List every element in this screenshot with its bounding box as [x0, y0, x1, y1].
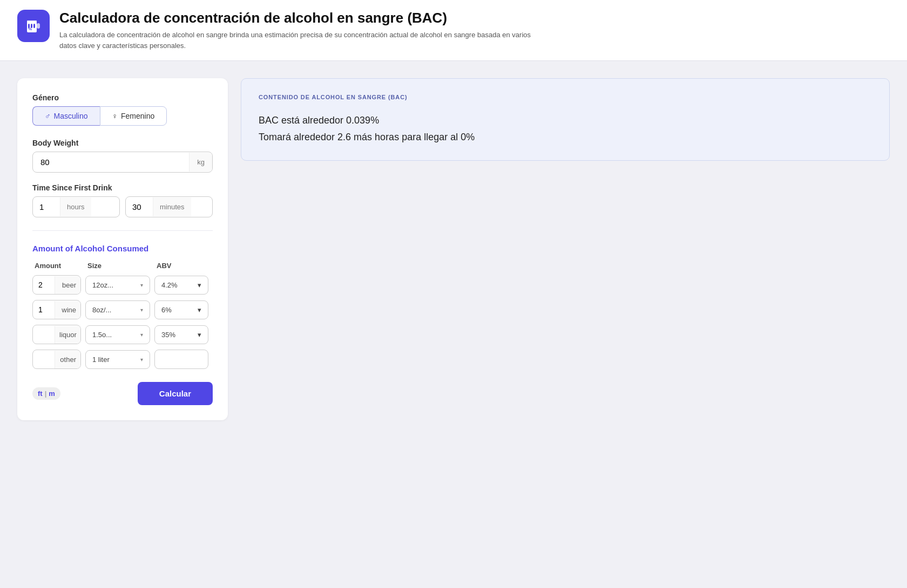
- liquor-abv-chevron: ▾: [198, 331, 201, 339]
- body-weight-input[interactable]: [33, 152, 189, 172]
- beer-abv-label: 4.2%: [161, 281, 178, 289]
- wine-size-select[interactable]: 8oz/... ▾: [85, 300, 150, 319]
- svg-rect-5: [27, 20, 37, 23]
- alcohol-row-other: other 1 liter ▾: [32, 350, 213, 369]
- beer-abv-select[interactable]: 4.2% ▾: [154, 276, 208, 295]
- hours-unit: hours: [60, 197, 91, 216]
- liquor-amount-input[interactable]: [33, 325, 55, 344]
- wine-abv-select[interactable]: 6% ▾: [154, 300, 208, 319]
- liquor-abv-label: 35%: [161, 331, 175, 339]
- beer-abv-chevron: ▾: [198, 281, 201, 289]
- col-size: Size: [87, 262, 152, 270]
- result-box: CONTENIDO DE ALCOHOL EN SANGRE (BAC) BAC…: [241, 78, 890, 161]
- wine-drink-type: wine: [55, 301, 80, 319]
- minutes-input[interactable]: [126, 197, 153, 217]
- liquor-size-chevron: ▾: [140, 332, 143, 338]
- unit-m-label: m: [49, 389, 55, 398]
- body-weight-input-wrapper: kg: [32, 152, 213, 173]
- unit-ft-label: ft: [38, 389, 43, 398]
- gender-male-button[interactable]: ♂ Masculino: [32, 106, 100, 126]
- right-panel: CONTENIDO DE ALCOHOL EN SANGRE (BAC) BAC…: [241, 78, 890, 161]
- other-drink-type: other: [55, 351, 80, 368]
- hours-input[interactable]: [33, 197, 60, 217]
- app-title: Calculadora de concentración de alcohol …: [59, 10, 545, 26]
- beer-drink-type: beer: [55, 276, 80, 294]
- alcohol-section: Amount of Alcohol Consumed Amount Size A…: [32, 244, 213, 369]
- other-amount-wrapper: other: [32, 350, 81, 369]
- liquor-amount-wrapper: liquor: [32, 325, 81, 344]
- gender-female-label: Femenino: [121, 112, 154, 120]
- svg-rect-1: [37, 23, 40, 29]
- alcohol-section-title: Amount of Alcohol Consumed: [32, 244, 213, 253]
- alcohol-row-liquor: liquor 1.5o... ▾ 35% ▾: [32, 325, 213, 344]
- beer-amount-wrapper: beer: [32, 275, 81, 295]
- wine-size-chevron: ▾: [140, 307, 143, 313]
- result-line2: Tomará alrededor 2.6 más horas para lleg…: [259, 129, 872, 146]
- other-size-label: 1 liter: [92, 355, 110, 364]
- wine-amount-wrapper: wine: [32, 300, 81, 319]
- beer-size-chevron: ▾: [140, 282, 143, 288]
- wine-abv-chevron: ▾: [198, 306, 201, 314]
- result-panel-label: CONTENIDO DE ALCOHOL EN SANGRE (BAC): [259, 94, 872, 100]
- result-line1: BAC está alrededor 0.039%: [259, 112, 872, 129]
- body-weight-unit: kg: [189, 153, 212, 172]
- time-since-field: Time Since First Drink hours minutes: [32, 183, 213, 217]
- wine-size-label: 8oz/...: [92, 306, 111, 314]
- beer-size-select[interactable]: 12oz... ▾: [85, 276, 150, 295]
- left-panel: Género ♂ Masculino ♀ Femenino Body Weigh…: [17, 78, 228, 420]
- app-description: La calculadora de concentración de alcoh…: [59, 30, 545, 51]
- svg-rect-4: [33, 24, 35, 28]
- app-icon: %: [17, 10, 50, 42]
- liquor-size-select[interactable]: 1.5o... ▾: [85, 325, 150, 344]
- hours-field-wrapper: hours: [32, 196, 120, 217]
- beer-size-label: 12oz...: [92, 281, 113, 289]
- liquor-size-label: 1.5o...: [92, 331, 112, 339]
- calculate-button[interactable]: Calcular: [138, 382, 213, 405]
- gender-male-label: Masculino: [54, 112, 88, 120]
- col-abv: ABV: [157, 262, 211, 270]
- beer-calculator-icon: %: [24, 16, 43, 36]
- time-since-label: Time Since First Drink: [32, 183, 213, 192]
- gender-group: ♂ Masculino ♀ Femenino: [32, 106, 213, 126]
- female-symbol: ♀: [112, 112, 118, 120]
- app-header: % Calculadora de concentración de alcoho…: [0, 0, 907, 61]
- gender-field: Género ♂ Masculino ♀ Femenino: [32, 93, 213, 126]
- svg-text:%: %: [28, 26, 32, 31]
- other-abv-field: [154, 350, 208, 369]
- minutes-field-wrapper: minutes: [125, 196, 213, 217]
- other-size-select[interactable]: 1 liter ▾: [85, 350, 150, 369]
- minutes-unit: minutes: [153, 197, 191, 216]
- result-text: BAC está alrededor 0.039% Tomará alreded…: [259, 112, 872, 145]
- male-symbol: ♂: [45, 112, 51, 120]
- gender-female-button[interactable]: ♀ Femenino: [100, 106, 167, 126]
- alcohol-row-wine: wine 8oz/... ▾ 6% ▾: [32, 300, 213, 319]
- col-amount: Amount: [35, 262, 83, 270]
- liquor-drink-type: liquor: [55, 326, 81, 344]
- other-size-chevron: ▾: [140, 357, 143, 363]
- other-amount-input[interactable]: [33, 350, 55, 368]
- body-weight-field: Body Weight kg: [32, 139, 213, 173]
- wine-abv-label: 6%: [161, 306, 172, 314]
- alcohol-row-beer: beer 12oz... ▾ 4.2% ▾: [32, 275, 213, 295]
- liquor-abv-select[interactable]: 35% ▾: [154, 325, 208, 344]
- wine-amount-input[interactable]: [33, 300, 55, 319]
- other-abv-input[interactable]: [155, 350, 208, 368]
- footer-actions: ft | m Calcular: [32, 382, 213, 405]
- unit-toggle[interactable]: ft | m: [32, 387, 60, 400]
- panel-divider: [32, 230, 213, 231]
- gender-label: Género: [32, 93, 213, 102]
- alcohol-table-header: Amount Size ABV: [32, 262, 213, 270]
- beer-amount-input[interactable]: [33, 276, 55, 294]
- app-header-text: Calculadora de concentración de alcohol …: [59, 10, 545, 51]
- time-inputs-wrapper: hours minutes: [32, 196, 213, 217]
- body-weight-label: Body Weight: [32, 139, 213, 147]
- unit-divider: |: [45, 389, 47, 398]
